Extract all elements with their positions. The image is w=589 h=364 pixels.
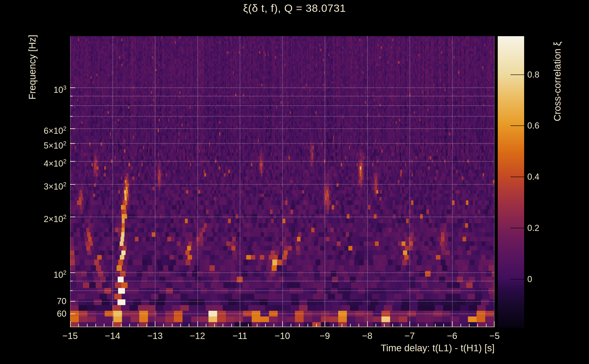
x-tick-label: −13 [139, 330, 171, 341]
x-tick-label: −12 [182, 330, 214, 341]
x-axis-label: Time delay: t(L1) - t(H1) [s] [381, 343, 495, 354]
x-tick-label: −5 [479, 330, 510, 341]
x-tick-label: −7 [394, 330, 425, 341]
colorbar-tick-label: 0.8 [527, 69, 539, 80]
colorbar-canvas [498, 36, 524, 328]
x-tick-label: −15 [54, 330, 86, 341]
y-tick-label: 6×102 [44, 123, 66, 134]
colorbar-tick-label: 0.6 [527, 120, 539, 131]
x-tick-label: −9 [309, 330, 341, 341]
colorbar-tick-label: 0.4 [527, 171, 539, 182]
x-tick-label: −6 [436, 330, 468, 341]
y-tick-label: 4×102 [44, 156, 66, 167]
y-tick-label: 70 [57, 296, 66, 307]
colorbar-label: Cross-correlation ξ [552, 42, 563, 121]
y-tick-label: 3×102 [44, 179, 66, 190]
y-tick-label: 102 [53, 267, 66, 278]
y-tick-label: 2×102 [44, 211, 66, 222]
heatmap-canvas [70, 36, 495, 327]
colorbar-tick-label: 0.2 [527, 222, 539, 234]
y-tick-label: 5×102 [44, 138, 66, 149]
y-tick-label: 103 [53, 82, 66, 93]
x-tick-label: −11 [224, 330, 256, 341]
qscan-figure: ξ(δ t, f), Q = 38.0731 Frequency [Hz] Ti… [0, 0, 589, 364]
y-axis-label: Frequency [Hz] [27, 35, 38, 100]
x-tick-label: −10 [267, 330, 298, 341]
x-tick-label: −8 [351, 330, 383, 341]
chart-title: ξ(δ t, f), Q = 38.0731 [0, 2, 589, 14]
y-tick-label: 60 [57, 308, 66, 319]
colorbar-tick-label: 0 [527, 274, 532, 285]
x-tick-label: −14 [97, 330, 129, 341]
